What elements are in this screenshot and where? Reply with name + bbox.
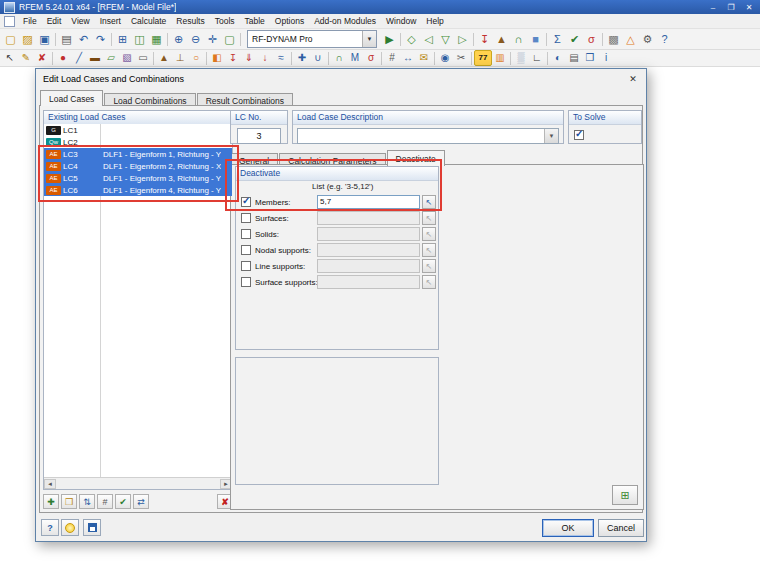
- details-table-button[interactable]: ⊞: [612, 485, 638, 505]
- color-scale-icon[interactable]: ▥: [492, 51, 508, 65]
- scroll-left-icon[interactable]: ◄: [44, 479, 56, 489]
- surface-load-icon[interactable]: ⇓: [241, 51, 257, 65]
- chevron-down-icon[interactable]: ▼: [362, 31, 376, 47]
- clip-plane-icon[interactable]: ✂: [453, 51, 469, 65]
- nodal-support-icon[interactable]: ▲: [156, 51, 172, 65]
- surface-supports-checkbox[interactable]: [241, 277, 251, 287]
- new-model-icon[interactable]: ▢: [2, 31, 19, 48]
- line-support-icon[interactable]: ⊥: [172, 51, 188, 65]
- solids-pick-button[interactable]: ↖: [422, 227, 436, 241]
- minimize-button[interactable]: –: [706, 3, 720, 12]
- load-case-row-lc6[interactable]: AELC6DLF1 - Eigenform 4, Richtung - Y: [44, 184, 232, 196]
- menu-view[interactable]: View: [66, 15, 94, 27]
- isometric-view-icon[interactable]: ◇: [403, 31, 420, 48]
- new-load-case-button[interactable]: ✚: [43, 494, 59, 509]
- deformation-icon[interactable]: ∩: [331, 51, 347, 65]
- nodal-supports-pick-button[interactable]: ↖: [422, 243, 436, 257]
- render-mode-icon[interactable]: ■: [527, 31, 544, 48]
- help-button[interactable]: ?: [41, 519, 59, 536]
- panel-77-icon[interactable]: 77: [474, 50, 492, 66]
- tip-button[interactable]: [61, 519, 79, 536]
- surface-supports-pick-button[interactable]: ↖: [422, 275, 436, 289]
- menu-help[interactable]: Help: [421, 15, 448, 27]
- maximize-button[interactable]: ❐: [724, 3, 738, 12]
- load-case-row-lc2[interactable]: QwLC2: [44, 136, 232, 148]
- result-values-icon[interactable]: σ: [583, 31, 600, 48]
- load-case-row-lc3[interactable]: AELC3DLF1 - Eigenform 1, Richtung - Y: [44, 148, 232, 160]
- show-results-icon[interactable]: ∩: [510, 31, 527, 48]
- imperfection-icon[interactable]: ≈: [273, 51, 289, 65]
- edit-icon[interactable]: ✎: [18, 51, 34, 65]
- menu-table[interactable]: Table: [240, 15, 270, 27]
- menu-options[interactable]: Options: [270, 15, 309, 27]
- number-ascending-button[interactable]: ⇅: [79, 494, 95, 509]
- members-pick-button[interactable]: ↖: [422, 195, 436, 209]
- cancel-button[interactable]: Cancel: [598, 519, 644, 537]
- info-icon[interactable]: i: [598, 51, 614, 65]
- sort-load-cases-button[interactable]: ⇄: [133, 494, 149, 509]
- copy-load-case-button[interactable]: ❒: [61, 494, 77, 509]
- zoom-all-icon[interactable]: ▢: [221, 31, 238, 48]
- menu-results[interactable]: Results: [171, 15, 209, 27]
- subtab-deactivate[interactable]: Deactivate: [387, 150, 445, 166]
- to-solve-checkbox[interactable]: [574, 130, 584, 140]
- load-case-list[interactable]: GLC1QwLC2AELC3DLF1 - Eigenform 1, Richtu…: [44, 124, 232, 478]
- redo-icon[interactable]: ↷: [92, 31, 109, 48]
- save-settings-button[interactable]: [83, 519, 101, 536]
- module-combo[interactable]: RF-DYNAM Pro ▼: [247, 30, 377, 48]
- line-supports-checkbox[interactable]: [241, 261, 251, 271]
- view-y-icon[interactable]: ▽: [437, 31, 454, 48]
- show-loads-icon[interactable]: ↧: [476, 31, 493, 48]
- show-supports-icon[interactable]: ▲: [493, 31, 510, 48]
- open-model-icon[interactable]: ▨: [19, 31, 36, 48]
- load-case-row-lc5[interactable]: AELC5DLF1 - Eigenform 3, Richtung - Y: [44, 172, 232, 184]
- new-window-icon[interactable]: ⊞: [114, 31, 131, 48]
- print-icon[interactable]: ▤: [58, 31, 75, 48]
- print-graphic-icon[interactable]: ▤: [566, 51, 582, 65]
- check-load-cases-button[interactable]: ✔: [115, 494, 131, 509]
- zoom-in-icon[interactable]: ⊕: [170, 31, 187, 48]
- nodal-supports-checkbox[interactable]: [241, 245, 251, 255]
- comments-icon[interactable]: ✉: [416, 51, 432, 65]
- load-case-row-lc1[interactable]: GLC1: [44, 124, 232, 136]
- node-icon[interactable]: ●: [55, 51, 71, 65]
- line-icon[interactable]: ╱: [71, 51, 87, 65]
- background-icon[interactable]: ▒: [513, 51, 529, 65]
- run-module-icon[interactable]: ▶: [381, 31, 398, 48]
- line-load-icon[interactable]: ↓: [257, 51, 273, 65]
- grid-icon[interactable]: ▩: [605, 31, 622, 48]
- help-icon[interactable]: ?: [656, 31, 673, 48]
- calculate-icon[interactable]: Σ: [549, 31, 566, 48]
- member-load-icon[interactable]: ↧: [225, 51, 241, 65]
- load-case-row-lc4[interactable]: AELC4DLF1 - Eigenform 2, Richtung - X: [44, 160, 232, 172]
- chevron-down-icon[interactable]: ▼: [544, 129, 558, 143]
- save-icon[interactable]: ▣: [36, 31, 53, 48]
- menu-add-on-modules[interactable]: Add-on Modules: [309, 15, 381, 27]
- results-on-icon[interactable]: ✔: [566, 31, 583, 48]
- dimensions-icon[interactable]: ↔: [400, 51, 416, 65]
- load-case-description-combo[interactable]: ▼: [297, 128, 559, 144]
- menu-edit[interactable]: Edit: [42, 15, 67, 27]
- tab-load-cases[interactable]: Load Cases: [40, 90, 103, 106]
- surfaces-checkbox[interactable]: [241, 213, 251, 223]
- menu-calculate[interactable]: Calculate: [126, 15, 171, 27]
- menu-file[interactable]: File: [18, 15, 42, 27]
- hinge-icon[interactable]: ○: [188, 51, 204, 65]
- tables-icon[interactable]: ▦: [148, 31, 165, 48]
- load-case-icon[interactable]: ◧: [209, 51, 225, 65]
- stresses-icon[interactable]: σ: [363, 51, 379, 65]
- numbering-icon[interactable]: #: [384, 51, 400, 65]
- renumber-button[interactable]: #: [97, 494, 113, 509]
- half-view-icon[interactable]: ◐: [550, 51, 566, 65]
- line-supports-pick-button[interactable]: ↖: [422, 259, 436, 273]
- close-button[interactable]: ✕: [742, 3, 756, 12]
- solids-checkbox[interactable]: [241, 229, 251, 239]
- snap-icon[interactable]: △: [622, 31, 639, 48]
- visibility-icon[interactable]: ◉: [437, 51, 453, 65]
- ok-button[interactable]: OK: [542, 519, 594, 537]
- menu-insert[interactable]: Insert: [95, 15, 126, 27]
- solid-icon[interactable]: ▧: [119, 51, 135, 65]
- select-icon[interactable]: ↖: [2, 51, 18, 65]
- view-x-icon[interactable]: ◁: [420, 31, 437, 48]
- members-input[interactable]: 5,7: [317, 195, 420, 209]
